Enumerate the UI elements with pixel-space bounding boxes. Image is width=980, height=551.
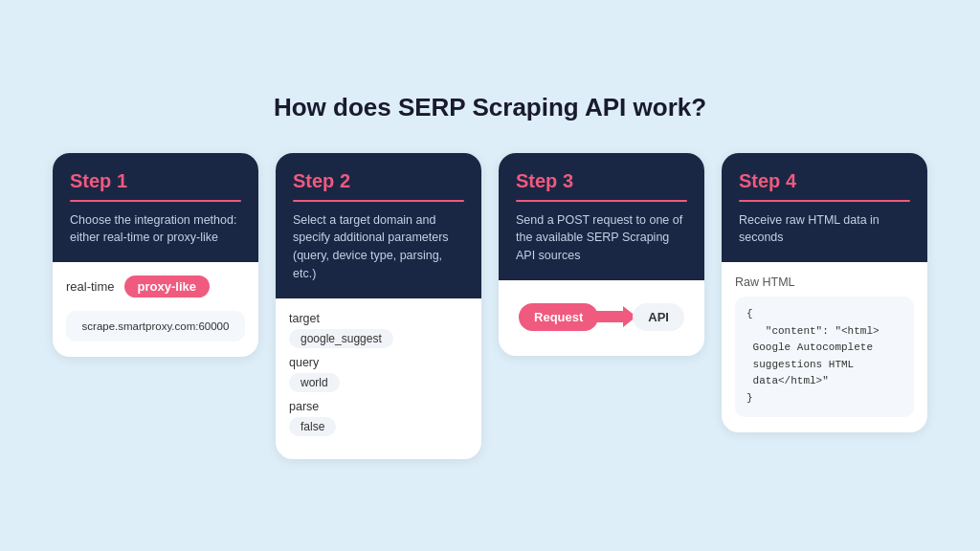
raw-html-label: Raw HTML — [735, 276, 914, 289]
step-3-header: Step 3 Send a POST request to one of the… — [499, 153, 704, 280]
param-label-parse: parse — [289, 400, 468, 413]
step-card-2: Step 2 Select a target domain and specif… — [276, 153, 481, 459]
step-4-description: Receive raw HTML data in seconds — [739, 211, 910, 248]
step-1-header: Step 1 Choose the integration method: ei… — [53, 153, 258, 263]
step-2-description: Select a target domain and specify addit… — [293, 211, 464, 283]
arrow-icon — [594, 303, 636, 330]
step-4-divider — [739, 200, 910, 202]
realtime-label: real-time — [66, 279, 115, 294]
step-1-description: Choose the integration method: either re… — [70, 211, 241, 248]
step-2-header: Step 2 Select a target domain and specif… — [276, 153, 481, 298]
step-card-4: Step 4 Receive raw HTML data in seconds … — [722, 153, 927, 432]
step-2-label: Step 2 — [293, 170, 464, 192]
step-1-body: real-time proxy-like scrape.smartproxy.c… — [53, 262, 258, 357]
param-row-query: query world — [289, 356, 468, 392]
steps-container: Step 1 Choose the integration method: ei… — [0, 153, 980, 459]
param-value-target: google_suggest — [289, 329, 393, 348]
proxy-badge: proxy-like — [124, 276, 210, 298]
api-badge: API — [633, 303, 684, 331]
param-value-query: world — [289, 373, 340, 392]
step-4-label: Step 4 — [739, 170, 910, 192]
step-2-divider — [293, 200, 464, 202]
step-3-description: Send a POST request to one of the availa… — [516, 211, 687, 265]
realtime-proxy-row: real-time proxy-like — [66, 276, 245, 298]
svg-marker-0 — [594, 306, 636, 327]
page-title: How does SERP Scraping API work? — [274, 93, 706, 122]
step-4-body: Raw HTML { "content": "<html> Google Aut… — [722, 262, 927, 432]
step-4-header: Step 4 Receive raw HTML data in seconds — [722, 153, 927, 263]
code-box: { "content": "<html> Google Autocomplete… — [735, 297, 914, 417]
step-1-divider — [70, 200, 241, 202]
request-badge: Request — [519, 303, 598, 331]
step-3-body: Request API — [499, 280, 704, 356]
param-row-target: target google_suggest — [289, 312, 468, 348]
step-3-label: Step 3 — [516, 170, 687, 192]
endpoint-box: scrape.smartproxy.com:60000 — [66, 311, 245, 342]
param-row-parse: parse false — [289, 400, 468, 436]
step-card-1: Step 1 Choose the integration method: ei… — [53, 153, 258, 358]
step-card-3: Step 3 Send a POST request to one of the… — [499, 153, 704, 356]
param-label-target: target — [289, 312, 468, 325]
param-value-parse: false — [289, 417, 336, 436]
step-3-divider — [516, 200, 687, 202]
step-2-body: target google_suggest query world parse … — [276, 298, 481, 459]
param-label-query: query — [289, 356, 468, 369]
step-1-label: Step 1 — [70, 170, 241, 192]
request-api-row: Request API — [512, 294, 691, 341]
